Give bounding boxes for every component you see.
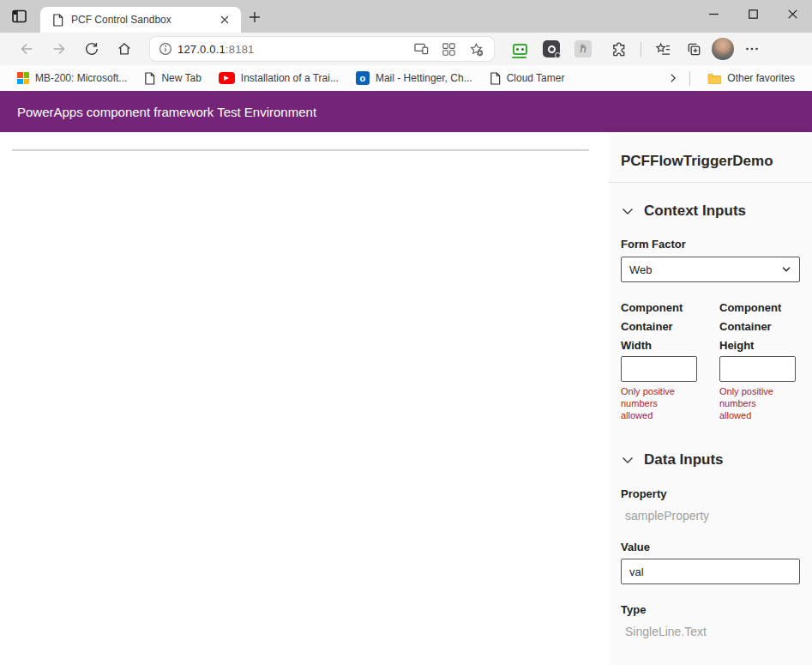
minimize-icon	[709, 9, 719, 19]
tab-title: PCF Control Sandbox	[71, 14, 209, 26]
apps-launcher-button[interactable]	[437, 39, 460, 59]
favorites-hub-button[interactable]	[650, 36, 676, 62]
back-button[interactable]	[10, 35, 43, 63]
favorite-item[interactable]: o Mail - Hettinger, Ch...	[349, 69, 479, 88]
collections-icon	[686, 41, 702, 57]
type-value: SingleLine.Text	[621, 625, 800, 638]
property-label: Property	[621, 487, 800, 501]
page-content: PCFFlowTriggerDemo Context Inputs Form F…	[0, 132, 812, 665]
collections-button[interactable]	[681, 36, 707, 62]
value-label: Value	[621, 541, 800, 554]
other-favorites-folder[interactable]: Other favorites	[701, 70, 802, 87]
url-text[interactable]: 127.0.0.1:8181	[177, 43, 405, 56]
chevron-right-icon	[667, 72, 679, 84]
context-inputs-toggle[interactable]: Context Inputs	[621, 203, 800, 220]
app-header-title: PowerApps component framework Test Envir…	[17, 105, 316, 119]
address-bar[interactable]: 127.0.0.1:8181	[150, 37, 494, 61]
extensions-menu-button[interactable]	[606, 36, 632, 62]
browser-tab[interactable]: PCF Control Sandbox	[40, 7, 241, 33]
close-window-button[interactable]	[773, 0, 812, 27]
sidebar-divider	[609, 182, 812, 183]
favorite-item[interactable]: New Tab	[137, 70, 208, 88]
control-title: PCFFlowTriggerDemo	[621, 153, 800, 170]
vertical-tabs-icon	[12, 9, 27, 23]
toolbar-divider	[641, 42, 641, 57]
chevron-down-icon	[621, 204, 635, 218]
context-inputs-heading: Context Inputs	[644, 203, 746, 220]
extensions-group: ℏ	[510, 39, 592, 59]
star-plus-icon	[469, 42, 484, 57]
apps-grid-icon	[442, 43, 455, 56]
favorites-bar: MB-200: Microsoft... New Tab Installatio…	[0, 65, 812, 91]
pcf-control-host	[0, 132, 609, 665]
container-size-fields: Component Container Width Only positive …	[621, 299, 800, 421]
puzzle-icon	[611, 41, 628, 57]
app-header: PowerApps component framework Test Envir…	[0, 91, 812, 132]
property-value: sampleProperty	[621, 509, 800, 523]
ellipsis-icon	[745, 42, 759, 56]
dark-extension-icon[interactable]	[542, 39, 561, 59]
form-factor-label: Form Factor	[621, 238, 800, 251]
send-to-devices-button[interactable]	[410, 39, 432, 59]
control-divider	[12, 149, 589, 151]
favorites-bar-right: Other favorites	[667, 70, 802, 87]
microsoft-logo-icon	[17, 72, 29, 84]
favorite-item[interactable]: MB-200: Microsoft...	[10, 70, 134, 87]
form-factor-value: Web	[629, 263, 781, 276]
refresh-icon	[84, 41, 99, 57]
height-error-text: Only positive numbers allowed	[719, 385, 785, 421]
forward-button[interactable]	[43, 35, 75, 63]
toolbar-right-group	[606, 36, 765, 62]
favorite-item[interactable]: Cloud Tamer	[483, 70, 572, 88]
home-button[interactable]	[108, 35, 141, 63]
plus-icon	[249, 11, 261, 23]
close-icon	[788, 9, 797, 19]
maximize-icon	[749, 9, 758, 19]
new-tab-button[interactable]	[249, 6, 271, 28]
devices-icon	[414, 43, 429, 55]
forward-arrow-icon	[51, 41, 67, 57]
favorite-item[interactable]: Installation of a Trai...	[212, 70, 346, 87]
value-input[interactable]	[621, 559, 800, 584]
width-error-text: Only positive numbers allowed	[621, 385, 686, 421]
maximize-button[interactable]	[733, 0, 773, 27]
add-favorite-button[interactable]	[465, 39, 487, 59]
page-icon	[144, 72, 155, 85]
control-sidebar: PCFFlowTriggerDemo Context Inputs Form F…	[609, 132, 812, 665]
folder-icon	[707, 73, 721, 84]
container-height-label: Component Container Height	[719, 299, 796, 355]
container-width-input[interactable]	[621, 356, 697, 382]
site-info-icon[interactable]	[159, 42, 172, 56]
tab-strip: PCF Control Sandbox	[0, 0, 812, 33]
back-arrow-icon	[19, 41, 34, 57]
data-inputs-heading: Data Inputs	[644, 451, 724, 469]
browser-window: PCF Control Sandbox	[0, 0, 812, 665]
profile-avatar[interactable]	[712, 38, 734, 60]
favorites-divider	[689, 71, 690, 86]
home-icon	[117, 41, 132, 57]
chevron-down-icon	[781, 264, 791, 275]
browser-toolbar: 127.0.0.1:8181	[0, 33, 812, 65]
form-factor-select[interactable]: Web	[621, 257, 800, 282]
container-width-label: Component Container Width	[621, 299, 697, 355]
minimize-button[interactable]	[694, 0, 733, 27]
favorites-overflow-button[interactable]	[667, 72, 679, 84]
settings-menu-button[interactable]	[739, 36, 765, 62]
chevron-down-icon	[621, 453, 635, 467]
disabled-extension-icon[interactable]: ℏ	[574, 39, 592, 59]
tab-actions-button[interactable]	[9, 6, 31, 27]
youtube-icon	[219, 72, 235, 84]
tab-close-icon[interactable]	[217, 12, 232, 27]
data-inputs-toggle[interactable]: Data Inputs	[621, 451, 800, 469]
window-controls	[694, 0, 812, 27]
page-icon	[52, 14, 63, 27]
page-icon	[490, 72, 501, 85]
favorites-list-icon	[655, 41, 671, 57]
outlook-icon: o	[356, 71, 370, 85]
container-height-input[interactable]	[719, 356, 796, 382]
type-label: Type	[621, 603, 800, 617]
roboform-extension-icon[interactable]	[510, 39, 529, 59]
refresh-button[interactable]	[75, 35, 108, 63]
